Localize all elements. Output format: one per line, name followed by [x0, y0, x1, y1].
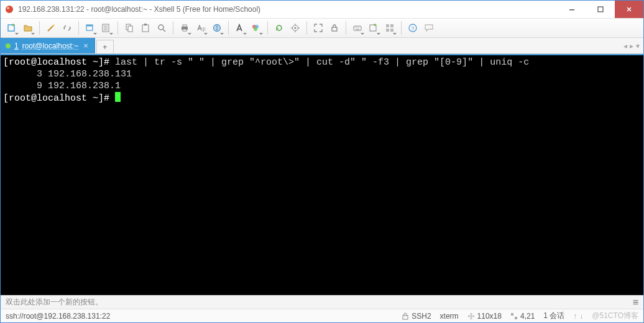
chat-icon[interactable]: [421, 20, 436, 35]
cursor-pos-icon: [510, 312, 518, 320]
svg-rect-10: [128, 26, 132, 32]
terminal-line: [root@localhost ~]#: [3, 92, 641, 104]
status-bar: ssh://root@192.168.238.131:22 SSH2 xterm…: [1, 309, 643, 322]
terminal-line: 3 192.168.238.131: [3, 68, 641, 80]
svg-text:字: 字: [201, 27, 206, 32]
svg-point-0: [6, 6, 13, 13]
toolbar: 字 ?: [1, 18, 643, 38]
svg-rect-35: [515, 317, 517, 319]
hint-text: 双击此处添加一个新的按钮。: [6, 297, 103, 307]
folder-open-icon[interactable]: [21, 20, 35, 35]
toolbar-separator: [173, 21, 173, 35]
close-button[interactable]: [615, 1, 643, 18]
arrow-up-icon[interactable]: ↑: [573, 312, 577, 321]
keyboard-icon[interactable]: [350, 20, 365, 35]
toolbar-separator: [117, 21, 118, 35]
status-size: 110x18: [467, 312, 502, 321]
svg-rect-2: [569, 9, 574, 11]
resize-icon: [467, 312, 475, 320]
toolbar-separator: [78, 21, 79, 35]
plus-icon: +: [103, 43, 107, 52]
svg-rect-12: [144, 24, 147, 25]
copy-icon[interactable]: [122, 20, 137, 35]
hint-menu-icon[interactable]: ≡: [633, 297, 638, 308]
tab-add-button[interactable]: +: [96, 40, 114, 53]
toolbar-separator: [267, 21, 268, 35]
terminal-line: [root@localhost ~]# last | tr -s " " | g…: [3, 57, 641, 68]
svg-rect-11: [142, 25, 149, 32]
lock-icon[interactable]: [327, 20, 342, 35]
arrow-down-icon[interactable]: ↓: [579, 312, 583, 321]
status-sessions: 1 会话: [543, 311, 564, 321]
toolbar-separator: [39, 21, 40, 35]
svg-rect-25: [354, 26, 361, 30]
toolbar-separator: [228, 21, 229, 35]
terminal-cursor: [115, 92, 121, 102]
svg-rect-15: [183, 25, 186, 27]
globe-icon[interactable]: [209, 20, 224, 35]
tab-bar: 1 root@localhost:~ × + ◂ ▸ ▾: [1, 38, 643, 54]
minimize-button[interactable]: [558, 1, 586, 18]
tab-session-1[interactable]: 1 root@localhost:~ ×: [1, 38, 95, 53]
toolbar-separator: [306, 21, 307, 35]
print-icon[interactable]: [177, 20, 192, 35]
tab-scroll-controls: ◂ ▸ ▾: [623, 38, 643, 53]
hint-bar[interactable]: 双击此处添加一个新的按钮。 ≡: [1, 295, 643, 309]
status-cursor-pos: 4,21: [510, 312, 535, 321]
connection-status-icon: [6, 43, 11, 48]
app-icon: [4, 4, 14, 14]
color-scheme-icon[interactable]: [249, 20, 264, 35]
svg-rect-28: [390, 24, 393, 27]
svg-rect-34: [511, 313, 513, 316]
help-icon[interactable]: ?: [405, 20, 420, 35]
tab-scroll-right-icon[interactable]: ▸: [630, 42, 633, 50]
new-window-icon[interactable]: [83, 20, 98, 35]
tab-scroll-left-icon[interactable]: ◂: [623, 42, 627, 50]
status-term-type: xterm: [440, 312, 459, 321]
svg-point-21: [254, 27, 257, 31]
status-connection: ssh://root@192.168.238.131:22: [6, 312, 110, 321]
window-title: 192.168.238.131:22 - root@localhost:~ - …: [18, 5, 558, 14]
wand-icon[interactable]: [44, 20, 58, 35]
svg-rect-7: [86, 25, 93, 27]
target-icon[interactable]: [288, 20, 303, 35]
fullscreen-icon[interactable]: [311, 20, 326, 35]
search-icon[interactable]: [154, 20, 169, 35]
paste-icon[interactable]: [138, 20, 153, 35]
terminal-line: 9 192.168.238.1: [3, 80, 641, 92]
window-buttons: [558, 1, 643, 18]
refresh-icon[interactable]: [272, 20, 287, 35]
new-tab-icon[interactable]: [4, 20, 19, 35]
tab-label: root@localhost:~: [22, 42, 79, 50]
svg-rect-16: [183, 29, 186, 31]
font-icon[interactable]: [232, 20, 247, 35]
svg-point-1: [7, 7, 9, 9]
toolbar-separator: [401, 21, 402, 35]
link-icon[interactable]: [60, 20, 75, 35]
svg-rect-27: [386, 24, 389, 27]
status-protocol: SSH2: [402, 312, 431, 321]
toolbar-separator: [346, 21, 346, 35]
tile-icon[interactable]: [382, 20, 397, 35]
svg-rect-24: [332, 27, 337, 31]
maximize-button[interactable]: [586, 1, 615, 18]
svg-text:?: ?: [412, 25, 415, 32]
encoding-icon[interactable]: 字: [193, 20, 208, 35]
watermark: @51CTO博客: [592, 311, 638, 321]
add-pane-icon[interactable]: [366, 20, 381, 35]
tab-close-icon[interactable]: ×: [82, 41, 90, 50]
title-bar: 192.168.238.131:22 - root@localhost:~ - …: [1, 1, 643, 18]
svg-point-13: [159, 25, 163, 30]
svg-rect-29: [386, 29, 389, 32]
lock-small-icon: [402, 312, 409, 320]
status-arrows: ↑ ↓: [573, 312, 583, 321]
svg-rect-3: [598, 7, 603, 12]
svg-point-23: [295, 27, 297, 29]
tab-list-dropdown-icon[interactable]: ▾: [636, 42, 640, 50]
svg-point-5: [53, 25, 55, 27]
terminal[interactable]: [root@localhost ~]# last | tr -s " " | g…: [1, 55, 643, 295]
svg-rect-33: [403, 316, 408, 319]
svg-rect-30: [390, 29, 393, 32]
properties-icon[interactable]: [99, 20, 114, 35]
tab-index: 1: [14, 42, 19, 50]
